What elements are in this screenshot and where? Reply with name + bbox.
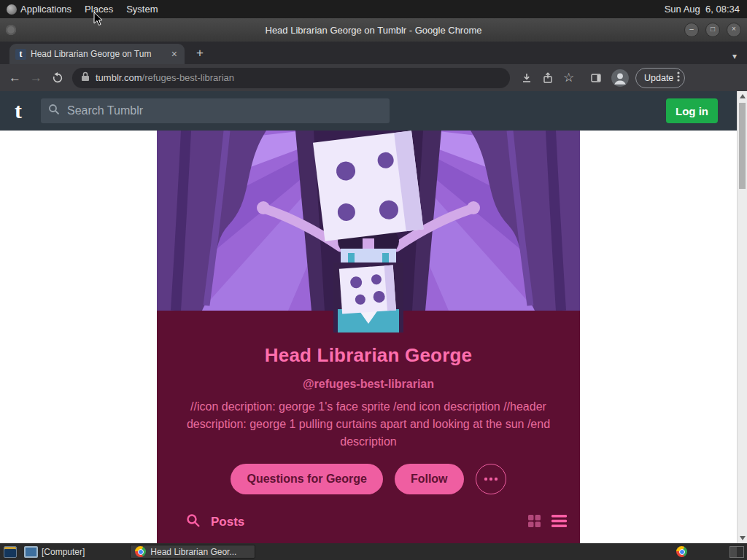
menu-applications-label: Applications [20, 4, 71, 15]
computer-shortcut[interactable]: [Computer] [24, 546, 85, 558]
person-icon [611, 69, 630, 88]
back-button[interactable]: ← [4, 67, 26, 88]
blog-avatar [333, 262, 403, 332]
more-options-button[interactable] [476, 464, 506, 494]
url-host: tumblr.com [96, 72, 142, 83]
posts-toolbar: Posts [157, 513, 580, 531]
close-button[interactable]: × [727, 23, 741, 37]
tumblr-favicon: t [15, 49, 26, 60]
taskbar: [Computer] Head Librarian Geor... [0, 543, 747, 560]
workspace-switcher[interactable] [729, 546, 744, 558]
tab-posts[interactable]: Posts [211, 515, 244, 529]
window-menu-icon[interactable] [6, 25, 16, 35]
profile-avatar[interactable] [611, 69, 630, 88]
download-icon [521, 72, 533, 84]
url-path: /refuges-best-librarian [142, 72, 234, 83]
window-controls: – □ × [684, 23, 741, 37]
menu-places[interactable]: Places [78, 0, 120, 18]
update-button[interactable]: Update [635, 68, 685, 88]
taskbar-window-label: Head Librarian Geor... [150, 547, 236, 557]
tab-close-icon[interactable]: × [170, 49, 179, 59]
login-button[interactable]: Log in [666, 98, 718, 123]
window-titlebar: Head Librarian George on Tumblr - Google… [0, 18, 747, 42]
follow-button[interactable]: Follow [395, 464, 464, 494]
blog-search-icon[interactable] [186, 513, 201, 531]
tab-strip: t Head Librarian George on Tum × + ▾ [0, 42, 747, 64]
bookmark-star-icon[interactable]: ☆ [558, 67, 579, 88]
desktop-menubar: Applications Places System Sun Aug 6, 08… [0, 0, 747, 18]
blog-title: Head Librarian George [265, 344, 473, 367]
computer-label: [Computer] [42, 547, 85, 557]
menu-system[interactable]: System [120, 0, 164, 18]
tumblr-logo[interactable]: t [15, 100, 22, 122]
menu-system-label: System [126, 4, 158, 15]
maximize-button[interactable]: □ [705, 23, 720, 37]
browser-toolbar: ← → tumblr.com/refuges-best-librarian [0, 64, 747, 91]
blog-body: Head Librarian George @refuges-best-libr… [157, 311, 580, 543]
tab-head-librarian[interactable]: t Head Librarian George on Tum × [9, 44, 185, 64]
scroll-down-icon[interactable] [738, 533, 747, 543]
scrollbar-thumb[interactable] [739, 103, 746, 189]
ellipsis-icon [484, 477, 498, 481]
install-button[interactable] [516, 67, 537, 88]
grid-view-icon[interactable] [527, 514, 541, 531]
reload-icon [52, 72, 63, 84]
tab-search-chevron-icon[interactable]: ▾ [732, 51, 737, 61]
window-title: Head Librarian George on Tumblr - Google… [0, 25, 747, 36]
address-bar[interactable]: tumblr.com/refuges-best-librarian [72, 68, 510, 88]
tab-title: Head Librarian George on Tum [31, 49, 166, 59]
scrollbar[interactable] [737, 91, 747, 543]
site-info-icon[interactable] [81, 71, 90, 84]
chrome-icon [135, 546, 146, 557]
browser-viewport: t Log in [0, 91, 747, 543]
new-tab-button[interactable]: + [190, 44, 209, 63]
search-icon [48, 104, 60, 118]
forward-button[interactable]: → [26, 67, 47, 88]
blog-handle: @refuges-best-librarian [303, 378, 434, 391]
tumblr-search-box[interactable] [41, 98, 390, 123]
taskbar-window-button[interactable]: Head Librarian Geor... [130, 545, 255, 559]
file-manager-icon[interactable] [4, 546, 17, 558]
tumblr-header: t Log in [0, 91, 737, 131]
side-panel-button[interactable] [585, 67, 606, 88]
clock[interactable]: Sun Aug 6, 08:34 [665, 4, 740, 15]
tray-chrome-icon[interactable] [676, 546, 687, 557]
reload-button[interactable] [47, 67, 68, 88]
blog-description: //icon decription: george 1's face sprit… [170, 398, 568, 451]
computer-icon [24, 546, 38, 558]
list-view-icon[interactable] [551, 515, 567, 530]
menu-places-label: Places [85, 4, 113, 15]
blog-card: Head Librarian George @refuges-best-libr… [157, 131, 580, 543]
share-button[interactable] [537, 67, 558, 88]
update-label: Update [644, 73, 673, 83]
minimize-button[interactable]: – [684, 23, 699, 37]
applications-icon [7, 4, 17, 15]
blog-page: Head Librarian George @refuges-best-libr… [0, 131, 737, 543]
menu-applications[interactable]: Applications [0, 0, 78, 18]
share-icon [542, 72, 554, 84]
menu-kebab-icon[interactable] [677, 71, 680, 85]
side-panel-icon [590, 72, 602, 84]
blog-actions: Questions for George Follow [231, 464, 506, 494]
ask-button[interactable]: Questions for George [231, 464, 382, 494]
scroll-up-icon[interactable] [738, 91, 747, 101]
search-input[interactable] [66, 104, 382, 118]
